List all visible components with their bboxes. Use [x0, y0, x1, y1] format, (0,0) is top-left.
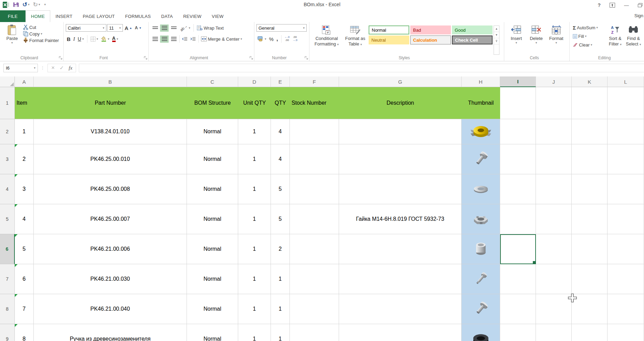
cell-part-number[interactable]: PK46.21.00.006 — [34, 234, 187, 264]
cell[interactable] — [536, 119, 572, 144]
cell-part-number[interactable]: Ручка из древесинозаменителя — [34, 324, 187, 341]
align-right-button[interactable] — [169, 35, 178, 43]
cell-item[interactable]: 5 — [15, 234, 34, 264]
washer-icon[interactable] — [462, 174, 500, 204]
merge-center-button[interactable]: Merge & Center ▾ — [200, 36, 243, 42]
borders-button[interactable]: ▾ — [89, 36, 99, 42]
format-cells-button[interactable]: Format ▾ — [546, 23, 566, 55]
help-button[interactable]: ? — [598, 2, 601, 8]
grow-font-button[interactable]: A▲ — [124, 25, 133, 31]
cell[interactable] — [536, 174, 572, 204]
cell[interactable] — [500, 294, 536, 324]
cell-bom-structure[interactable]: Normal — [187, 324, 238, 341]
cell-item[interactable]: 4 — [15, 204, 34, 234]
fill-button[interactable]: ↓ Fill ▾ — [572, 32, 606, 40]
sort-filter-button[interactable]: AZ Sort &Filter ▾ — [606, 23, 624, 55]
separator-handle[interactable]: ⋮ — [41, 65, 45, 70]
clipboard-dialog-launcher[interactable] — [59, 56, 63, 60]
cell-part-number[interactable]: PK46.21.00.030 — [34, 264, 187, 294]
cell[interactable] — [536, 264, 572, 294]
cell-unit-qty[interactable]: 1 — [238, 294, 271, 324]
cell-part-number[interactable]: PK46.25.00.008 — [34, 174, 187, 204]
row-header-9[interactable]: 9 — [0, 324, 15, 341]
cell-item[interactable]: 2 — [15, 144, 34, 174]
tab-view[interactable]: VIEW — [207, 10, 229, 22]
cell-unit-qty[interactable]: 1 — [238, 119, 271, 144]
cell[interactable] — [536, 234, 572, 264]
cell[interactable] — [572, 87, 608, 119]
cell-stock-number[interactable] — [290, 294, 339, 324]
name-box[interactable]: I6 ▾ — [3, 64, 38, 72]
cell-description[interactable]: Гайка М14-6Н.8.019 ГОСТ 5932-73 — [339, 204, 462, 234]
cell-item[interactable]: 3 — [15, 174, 34, 204]
cell[interactable] — [500, 119, 536, 144]
tab-page-layout[interactable]: PAGE LAYOUT — [77, 10, 120, 22]
cell-bom-structure[interactable]: Normal — [187, 264, 238, 294]
header-part-number[interactable]: Part Number — [34, 87, 187, 119]
dark-ring-icon[interactable] — [462, 324, 500, 341]
conditional-formatting-button[interactable]: ≠ ConditionalFormatting ▾ — [312, 23, 342, 55]
pin-icon[interactable] — [462, 264, 500, 294]
sign-in-link[interactable]: Sign in — [634, 13, 644, 18]
tab-review[interactable]: REVIEW — [178, 10, 207, 22]
font-color-button[interactable]: A ▾ — [111, 35, 119, 42]
cell[interactable] — [572, 119, 608, 144]
cell[interactable] — [500, 264, 536, 294]
cell[interactable] — [608, 294, 644, 324]
row-header-2[interactable]: 2 — [0, 119, 15, 144]
cell[interactable] — [536, 204, 572, 234]
header-stock-number[interactable]: Stock Number — [290, 87, 339, 119]
clear-button[interactable]: Clear ▾ — [572, 41, 606, 49]
cell[interactable] — [500, 174, 536, 204]
cell[interactable] — [572, 204, 608, 234]
column-header-g[interactable]: G — [339, 76, 462, 87]
wrap-text-button[interactable]: Wrap Text — [196, 25, 225, 31]
cell-qty[interactable]: 1 — [271, 264, 290, 294]
alignment-dialog-launcher[interactable] — [250, 56, 253, 60]
cell-part-number[interactable]: PK46.21.00.040 — [34, 294, 187, 324]
fill-color-button[interactable]: ▾ — [100, 36, 110, 42]
italic-button[interactable]: I — [72, 36, 76, 42]
cancel-button[interactable]: × — [51, 64, 55, 71]
tab-file[interactable]: FILE — [0, 10, 25, 22]
header-bom-structure[interactable]: BOM Structure — [187, 87, 238, 119]
cell-unit-qty[interactable]: 1 — [238, 324, 271, 341]
insert-function-button[interactable]: fx — [69, 65, 73, 71]
cell-description[interactable] — [339, 144, 462, 174]
column-header-i[interactable]: I — [500, 76, 536, 87]
font-size-select[interactable]: 11 ▾ — [107, 24, 123, 32]
cell-part-number[interactable]: PK46.25.00.010 — [34, 144, 187, 174]
header-unit-qty[interactable]: Unit QTY — [238, 87, 271, 119]
cell[interactable] — [608, 119, 644, 144]
tab-home[interactable]: HOME — [25, 10, 50, 22]
comma-style-button[interactable]: , — [275, 35, 279, 43]
cell-item[interactable]: 1 — [15, 119, 34, 144]
font-name-select[interactable]: Calibri ▾ — [66, 24, 106, 32]
cell-stock-number[interactable] — [290, 204, 339, 234]
cell[interactable] — [608, 174, 644, 204]
cell[interactable] — [608, 204, 644, 234]
cell[interactable] — [572, 264, 608, 294]
paste-button[interactable]: Paste ▾ — [2, 23, 22, 45]
rivet-icon[interactable] — [462, 294, 500, 324]
bolt-icon[interactable] — [462, 144, 500, 174]
enter-button[interactable]: ✓ — [60, 65, 64, 71]
cell-bom-structure[interactable]: Normal — [187, 204, 238, 234]
select-all-button[interactable] — [0, 76, 15, 87]
style-good[interactable]: Good — [452, 25, 493, 34]
row-header-5[interactable]: 5 — [0, 204, 15, 234]
style-neutral[interactable]: Neutral — [369, 35, 409, 44]
cell-description[interactable] — [339, 264, 462, 294]
castle-nut-icon[interactable] — [462, 204, 500, 234]
column-header-j[interactable]: J — [536, 76, 572, 87]
cell-qty[interactable]: 2 — [271, 234, 290, 264]
cell-description[interactable] — [339, 324, 462, 341]
gallery-scroll-down-button[interactable]: ▼ — [494, 32, 499, 38]
delete-cells-button[interactable]: Delete ▾ — [526, 23, 546, 55]
cell[interactable] — [536, 87, 572, 119]
style-normal[interactable]: Normal — [369, 25, 409, 34]
font-dialog-launcher[interactable] — [144, 56, 148, 60]
number-format-select[interactable]: General ▾ — [256, 24, 307, 32]
decrease-decimal-button[interactable]: .00→.0 — [291, 35, 298, 42]
column-header-h[interactable]: H — [462, 76, 500, 87]
